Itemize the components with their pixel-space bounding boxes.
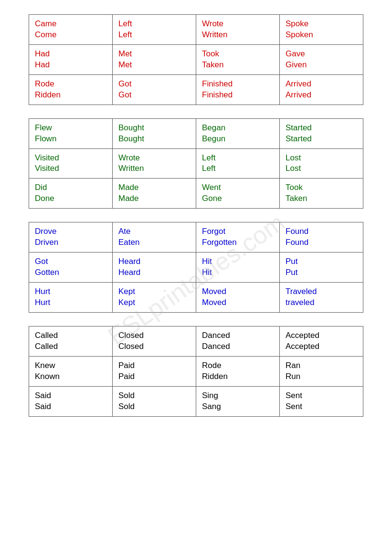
verb-base: Left bbox=[202, 153, 215, 162]
table-cell: ClosedClosed bbox=[113, 326, 196, 356]
section-3: DroveDrivenAteEatenForgotForgottenFoundF… bbox=[29, 222, 363, 313]
verb-past-participle: Moved bbox=[202, 298, 226, 307]
verb-base: Rode bbox=[35, 79, 54, 88]
verb-base: Danced bbox=[202, 331, 230, 340]
verb-base: Called bbox=[35, 331, 58, 340]
verb-base: Found bbox=[286, 227, 308, 236]
table-row: SaidSaidSoldSoldSingSangSentSent bbox=[29, 386, 363, 416]
verb-base: Drove bbox=[35, 227, 56, 236]
table-cell: SingSang bbox=[196, 386, 280, 416]
table-cell: VisitedVisited bbox=[29, 148, 113, 179]
verb-past-participle: Got bbox=[118, 90, 131, 99]
verb-past-participle: Gotten bbox=[35, 268, 59, 277]
verb-past-participle: Arrived bbox=[286, 90, 311, 99]
verb-past-participle: Kept bbox=[118, 298, 135, 307]
table-cell: RodeRidden bbox=[196, 356, 280, 386]
table-row: CameComeLeftLeftWroteWrittenSpokeSpoken bbox=[29, 15, 363, 45]
verb-base: Traveled bbox=[286, 287, 317, 296]
verb-base: Finished bbox=[202, 79, 233, 88]
table-cell: ForgotForgotten bbox=[196, 222, 280, 253]
table-cell: DancedDanced bbox=[196, 326, 280, 356]
verb-past-participle: Sang bbox=[202, 402, 221, 411]
table-cell: SaidSaid bbox=[29, 386, 113, 416]
verb-base: Sold bbox=[118, 391, 135, 400]
verb-base: Wrote bbox=[118, 153, 140, 162]
table-cell: BoughtBought bbox=[113, 118, 196, 148]
verb-past-participle: Run bbox=[286, 372, 300, 381]
verb-past-participle: Sent bbox=[286, 402, 302, 411]
verb-past-participle: Lost bbox=[286, 164, 301, 173]
table-cell: MadeMade bbox=[113, 179, 196, 209]
table-row: KnewKnownPaidPaidRodeRiddenRanRun bbox=[29, 356, 363, 386]
verb-past-participle: Driven bbox=[35, 238, 58, 247]
table-row: GotGottenHeardHeardHitHitPutPut bbox=[29, 253, 363, 283]
table-row: HadHadMetMetTookTakenGaveGiven bbox=[29, 44, 363, 74]
verb-base: Had bbox=[35, 49, 50, 58]
verb-base: Ran bbox=[286, 361, 300, 370]
verb-base: Went bbox=[202, 183, 221, 192]
verb-past-participle: Left bbox=[118, 30, 132, 39]
verb-base: Kept bbox=[118, 287, 135, 296]
verb-past-participle: Ridden bbox=[35, 90, 61, 99]
verb-base: Gave bbox=[286, 49, 305, 58]
verb-past-participle: Danced bbox=[202, 342, 230, 351]
section-2: FlewFlownBoughtBoughtBeganBegunStartedSt… bbox=[29, 118, 363, 209]
table-cell: HeardHeard bbox=[113, 253, 196, 283]
table-cell: GotGotten bbox=[29, 253, 113, 283]
table-row: CalledCalledClosedClosedDancedDancedAcce… bbox=[29, 326, 363, 356]
verb-base: Said bbox=[35, 391, 51, 400]
table-cell: AcceptedAccepted bbox=[280, 326, 363, 356]
verb-base: Got bbox=[118, 79, 131, 88]
verb-base: Arrived bbox=[286, 79, 311, 88]
verb-past-participle: Closed bbox=[118, 342, 144, 351]
verb-base: Bought bbox=[118, 123, 144, 132]
verb-base: Paid bbox=[118, 361, 135, 370]
verb-past-participle: Visited bbox=[35, 164, 59, 173]
verb-base: Made bbox=[118, 183, 139, 192]
verb-base: Heard bbox=[118, 257, 140, 266]
table-cell: HitHit bbox=[196, 253, 280, 283]
verb-base: Met bbox=[118, 49, 132, 58]
verb-past-participle: Done bbox=[35, 194, 54, 203]
verb-base: Took bbox=[286, 183, 303, 192]
table-cell: SentSent bbox=[280, 386, 363, 416]
verb-past-participle: Given bbox=[286, 60, 307, 69]
table-cell: BeganBegun bbox=[196, 118, 280, 148]
verb-base: Took bbox=[202, 49, 219, 58]
table-cell: LeftLeft bbox=[196, 148, 280, 179]
table-row: VisitedVisitedWroteWrittenLeftLeftLostLo… bbox=[29, 148, 363, 179]
table-cell: HurtHurt bbox=[29, 283, 113, 313]
table-cell: FinishedFinished bbox=[196, 74, 280, 105]
verb-past-participle: Written bbox=[118, 164, 144, 173]
verb-past-participle: traveled bbox=[286, 298, 314, 307]
verb-past-participle: Put bbox=[286, 268, 298, 277]
table-cell: HadHad bbox=[29, 44, 113, 74]
verb-base: Closed bbox=[118, 331, 144, 340]
table-cell: ArrivedArrived bbox=[280, 74, 363, 105]
verb-base: Got bbox=[35, 257, 48, 266]
verb-past-participle: Come bbox=[35, 30, 56, 39]
verb-past-participle: Accepted bbox=[286, 342, 319, 351]
verb-base: Started bbox=[286, 123, 312, 132]
table-cell: KeptKept bbox=[113, 283, 196, 313]
verb-past-participle: Spoken bbox=[286, 30, 313, 39]
table-cell: MovedMoved bbox=[196, 283, 280, 313]
table-cell: PutPut bbox=[280, 253, 363, 283]
table-cell: Traveledtraveled bbox=[280, 283, 363, 313]
table-cell: RodeRidden bbox=[29, 74, 113, 105]
table-cell: FlewFlown bbox=[29, 118, 113, 148]
table-cell: TookTaken bbox=[196, 44, 280, 74]
table-cell: WroteWritten bbox=[196, 15, 280, 45]
verb-past-participle: Ridden bbox=[202, 372, 228, 381]
verb-base: Ate bbox=[118, 227, 131, 236]
verb-past-participle: Forgotten bbox=[202, 238, 237, 247]
verb-past-participle: Known bbox=[35, 372, 60, 381]
verb-base: Spoke bbox=[286, 19, 308, 28]
verb-past-participle: Started bbox=[286, 134, 312, 143]
verb-base: Visited bbox=[35, 153, 59, 162]
table-cell: AteEaten bbox=[113, 222, 196, 253]
verb-base: Sent bbox=[286, 391, 302, 400]
table-cell: SoldSold bbox=[113, 386, 196, 416]
verb-base: Moved bbox=[202, 287, 226, 296]
verb-past-participle: Finished bbox=[202, 90, 233, 99]
